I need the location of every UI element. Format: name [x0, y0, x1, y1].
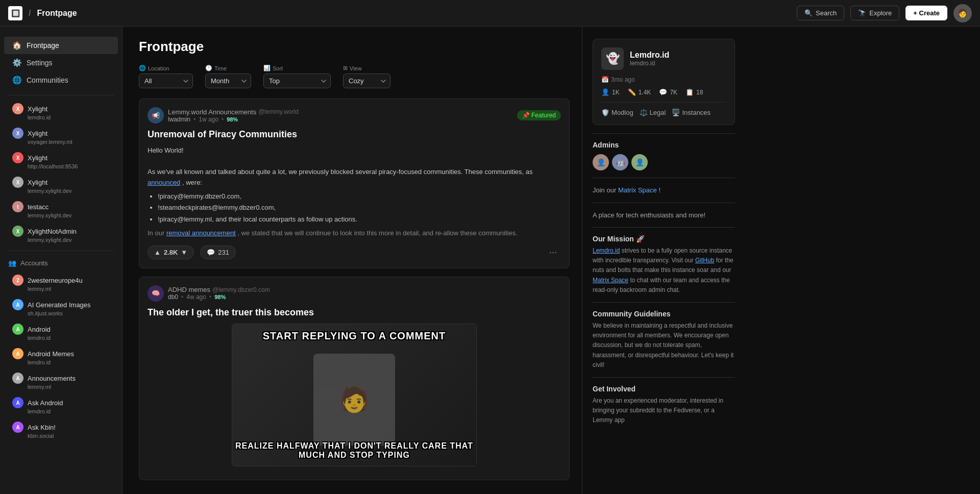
sidebar-community-item[interactable]: A Android lemdro.id — [4, 320, 118, 344]
sidebar-item-frontpage[interactable]: 🏠 Frontpage — [4, 37, 118, 54]
post-community-avatar[interactable]: 📢 — [148, 107, 164, 124]
community-avatar-icon: 🧠 — [152, 289, 160, 297]
sidebar-account-item[interactable]: t testacc lemmy.xylight.dev — [4, 197, 118, 222]
sidebar-communities-section: 2 2westerneurope4u lemmy.ml A AI Generat… — [0, 271, 122, 442]
sidebar-community-item[interactable]: A Announcements lemmy.ml — [4, 369, 118, 393]
account-host: http://localhost:8536 — [28, 163, 110, 169]
removal-link[interactable]: removal announcement — [166, 229, 236, 237]
admin-avatar[interactable]: 🤖 — [612, 154, 628, 170]
sidebar-account-item[interactable]: X Xylight lemmy.xylight.dev — [4, 173, 118, 197]
list-item: !steamdeckpirates@lemmy.dbzer0.com, — [158, 203, 561, 213]
view-select[interactable]: Cozy Compact Card — [343, 73, 390, 88]
sidebar: 🏠 Frontpage ⚙️ Settings 🌐 Communities X … — [0, 27, 122, 494]
sidebar-community-item[interactable]: 2 2westerneurope4u lemmy.ml — [4, 271, 118, 295]
list-icon: 📋 — [685, 88, 694, 96]
account-avatar: X — [12, 128, 23, 139]
matrix-text: Join our Matrix Space ! — [593, 185, 735, 195]
community-host: lemmy.ml — [28, 384, 110, 390]
github-link[interactable]: GitHub — [695, 257, 714, 264]
sort-icon: 📊 — [263, 65, 271, 71]
modlog-link[interactable]: 🛡️ Modlog — [601, 109, 633, 116]
clock-icon: 🕐 — [205, 65, 212, 71]
post-body: Hello World! As we've all known and talk… — [148, 145, 561, 238]
sidebar-item-communities[interactable]: 🌐 Communities — [4, 71, 118, 89]
time-filter: 🕐 Time Hour Day Week Month Year All — [205, 65, 251, 88]
instance-nav: 🛡️ Modlog ⚖️ Legal 🖥️ Instances — [601, 102, 726, 116]
right-panel-divider-6 — [593, 377, 735, 378]
meme-figure: 🧑 — [313, 354, 395, 446]
search-label: Search — [816, 9, 837, 17]
post-title[interactable]: The older I get, the truer this becomes — [148, 307, 561, 318]
instance-stats: 👤 1K ✏️ 1.4K 💬 7K 📋 18 — [601, 88, 726, 96]
lemdro-link[interactable]: Lemdro.id — [593, 247, 620, 254]
featured-badge: 📌 Featured — [517, 110, 561, 120]
sidebar-divider-2 — [8, 251, 114, 251]
account-name: Xylight — [28, 179, 47, 186]
sidebar-account-item[interactable]: X Xylight voyager.lemmy.ml — [4, 124, 118, 149]
account-avatar: t — [12, 201, 23, 212]
instance-header: 👻 Lemdro.id lemdro.id — [601, 47, 726, 70]
community-avatar: A — [12, 324, 23, 335]
calendar-icon: 📅 — [601, 76, 609, 83]
community-name: Ask Kbin! — [28, 424, 56, 431]
matrix-space-link[interactable]: Matrix Space — [618, 186, 657, 194]
filters-bar: 🌐 Location All Local Subscribed 🕐 Time H… — [139, 65, 570, 88]
logo-link[interactable]: 🔲 / Frontpage — [8, 6, 77, 20]
post-more-button[interactable]: ··· — [545, 245, 561, 260]
right-panel-divider-5 — [593, 302, 735, 303]
view-filter: ⊞ View Cozy Compact Card — [343, 65, 390, 88]
matrix-link-2[interactable]: Matrix Space — [593, 277, 628, 284]
sidebar-account-item[interactable]: X XylightNotAdmin lemmy.xylight.dev — [4, 222, 118, 246]
sidebar-nav-section: 🏠 Frontpage ⚙️ Settings 🌐 Communities — [0, 35, 122, 91]
post-submeta: lwadmin • 1w ago • 98% — [168, 116, 513, 123]
community-avatar: A — [12, 422, 23, 433]
sidebar-item-settings[interactable]: ⚙️ Settings — [4, 54, 118, 71]
sidebar-community-item[interactable]: A Ask Android lemdro.id — [4, 393, 118, 418]
involved-text: Are you an experienced moderator, intere… — [593, 396, 735, 426]
stat-posts: ✏️ 1.4K — [628, 88, 651, 96]
right-panel-divider-4 — [593, 227, 735, 228]
location-select[interactable]: All Local Subscribed — [139, 73, 193, 88]
post-title[interactable]: Unremoval of Piracy Communities — [148, 129, 561, 140]
vote-button[interactable]: ▲ 2.8K ▼ — [148, 245, 194, 259]
instance-name[interactable]: Lemdro.id — [630, 51, 669, 60]
time-select[interactable]: Hour Day Week Month Year All — [205, 73, 251, 88]
search-button[interactable]: 🔍 Search — [797, 6, 844, 20]
sidebar-community-item[interactable]: A Ask Kbin! kbin.social — [4, 418, 118, 442]
comment-button[interactable]: 💬 231 — [200, 245, 236, 259]
post-meta-row: 🧠 ADHD memes @lemmy.dbzer0.com db0 • 4w … — [148, 285, 561, 302]
sidebar-account-item[interactable]: X Xylight lemdro.id — [4, 100, 118, 124]
post-meta-info: Lemmy.world Announcements @lemmy.world l… — [168, 108, 513, 123]
instances-link[interactable]: 🖥️ Instances — [672, 109, 710, 116]
post-body-hello: Hello World! — [148, 145, 561, 156]
stat-users: 👤 1K — [601, 88, 620, 96]
topnav-right: 🔍 Search 🔭 Explore + Create 🧑 — [797, 4, 972, 22]
legal-link[interactable]: ⚖️ Legal — [640, 109, 666, 116]
create-button[interactable]: + Create — [905, 6, 947, 20]
sidebar-community-item[interactable]: A Android Memes lemdro.id — [4, 344, 118, 369]
sidebar-account-item[interactable]: X Xylight http://localhost:8536 — [4, 149, 118, 173]
post-community-avatar[interactable]: 🧠 — [148, 285, 164, 302]
guidelines-title: Community Guidelines — [593, 310, 735, 318]
sidebar-accounts-section: X Xylight lemdro.id X Xylight voyager.le… — [0, 100, 122, 246]
right-panel: 👻 Lemdro.id lemdro.id 📅 3mo ago 👤 1K ✏️ — [582, 27, 745, 494]
vote-count: 2.8K — [164, 249, 178, 256]
explore-button[interactable]: 🔭 Explore — [850, 6, 899, 20]
sidebar-community-item[interactable]: A AI Generated Images sh.itjust.works — [4, 295, 118, 320]
announced-link[interactable]: announced — [148, 179, 180, 186]
community-host: kbin.social — [28, 433, 110, 439]
post-meta-row: 📢 Lemmy.world Announcements @lemmy.world… — [148, 107, 561, 124]
admin-avatar[interactable]: 👤 — [593, 154, 609, 170]
sort-select[interactable]: Active Hot New Top MostComments — [263, 73, 331, 88]
comment-count: 231 — [218, 249, 229, 256]
admin-avatar[interactable]: 👤 — [631, 154, 648, 170]
right-panel-divider-2 — [593, 178, 735, 178]
account-host: lemmy.xylight.dev — [28, 212, 110, 218]
community-name: Android — [28, 326, 51, 333]
avatar[interactable]: 🧑 — [953, 4, 972, 22]
sidebar-item-label: Communities — [27, 76, 68, 84]
tagline: A place for tech enthusiasts and more! — [593, 210, 735, 220]
post-body-removal: In our removal announcement , we stated … — [148, 228, 561, 239]
layout: 🏠 Frontpage ⚙️ Settings 🌐 Communities X … — [0, 27, 980, 494]
account-name: XylightNotAdmin — [28, 228, 77, 235]
